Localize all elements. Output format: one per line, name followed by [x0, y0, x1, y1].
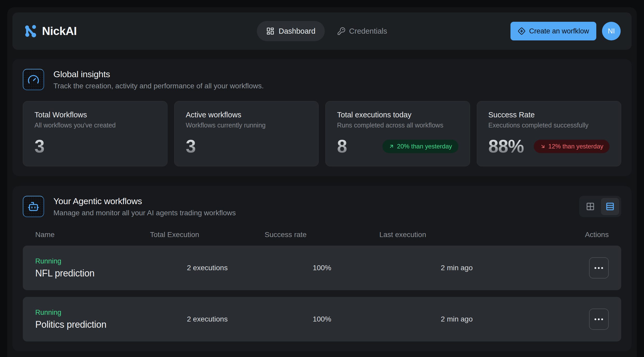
stat-title: Total Workflows [34, 111, 156, 119]
stat-title: Total executions today [337, 111, 458, 119]
insights-subtitle: Track the creation, activity and perform… [53, 82, 264, 90]
top-navigation-bar: NickAI Dashboard [12, 12, 632, 50]
arrow-up-right-icon [389, 144, 394, 149]
workflow-row-politics-prediction[interactable]: Running Politics prediction 2 executions… [23, 297, 621, 341]
workflow-executions: 2 executions [150, 264, 264, 272]
nickai-logo-icon [23, 24, 37, 38]
insights-title: Global insights [53, 69, 264, 79]
stat-value: 88% [488, 136, 524, 157]
table-header: Name Total Execution Success rate Last e… [23, 231, 621, 239]
ellipsis-icon [594, 318, 596, 320]
brand-name: NickAI [42, 25, 77, 38]
diamond-plus-icon [518, 27, 526, 35]
brand-logo[interactable]: NickAI [23, 24, 77, 38]
stat-card-success-rate: Success Rate Executions completed succes… [477, 101, 621, 166]
stat-subtitle: Workflows currently running [186, 122, 307, 129]
workflow-name-cell: Running Politics prediction [35, 309, 150, 330]
user-avatar[interactable]: NI [602, 22, 621, 40]
view-toggle [579, 196, 621, 217]
trend-badge-up: 20% than yesterday [382, 140, 458, 153]
workflow-last-execution: 2 min ago [379, 264, 534, 272]
workflows-titles: Your Agentic workflows Manage and monito… [53, 196, 236, 217]
stat-subtitle: Runs completed across all workflows [337, 122, 458, 129]
row-actions-menu-button[interactable] [589, 309, 609, 330]
insights-header: Global insights Track the creation, acti… [23, 69, 621, 90]
workflow-status: Running [35, 309, 150, 317]
tab-dashboard[interactable]: Dashboard [257, 21, 325, 41]
column-header-total-execution: Total Execution [150, 231, 264, 239]
stat-value: 8 [337, 136, 347, 157]
stat-value: 3 [186, 136, 196, 157]
column-header-success-rate: Success rate [265, 231, 379, 239]
stat-card-active-workflows: Active workflows Workflows currently run… [174, 101, 319, 166]
workflow-name: NFL prediction [35, 268, 150, 279]
create-workflow-button[interactable]: Create an worfklow [510, 22, 596, 40]
key-icon [337, 27, 346, 35]
arrow-down-right-icon [540, 144, 546, 149]
stat-subtitle: Executions completed successfully [488, 122, 610, 129]
create-workflow-label: Create an worfklow [529, 27, 589, 35]
workflow-success-rate: 100% [265, 264, 379, 272]
main-nav: Dashboard Credentials [257, 21, 387, 41]
grid-view-button[interactable] [581, 198, 599, 215]
list-view-icon [605, 202, 615, 211]
gauge-icon [23, 69, 44, 90]
stat-title: Active workflows [186, 111, 307, 119]
column-header-name: Name [35, 231, 150, 239]
trend-badge-down: 12% than yesterday [534, 140, 610, 153]
stat-value: 3 [34, 136, 44, 157]
stat-subtitle: All workflows you've created [34, 122, 156, 129]
workflow-status: Running [35, 257, 150, 265]
trend-badge-text: 20% than yesterday [397, 143, 452, 150]
app-window: NickAI Dashboard [7, 7, 637, 357]
workflow-last-execution: 2 min ago [379, 315, 534, 323]
workflows-header: Your Agentic workflows Manage and monito… [23, 196, 621, 217]
workflow-success-rate: 100% [265, 315, 379, 323]
list-view-button[interactable] [601, 198, 619, 215]
ellipsis-icon [594, 267, 596, 269]
column-header-actions: Actions [534, 231, 609, 239]
stat-title: Success Rate [488, 111, 610, 119]
bot-icon [23, 196, 44, 217]
grid-view-icon [586, 202, 595, 211]
workflow-executions: 2 executions [150, 315, 264, 323]
workflows-subtitle: Manage and monitor all your AI agents tr… [53, 209, 236, 217]
tab-credentials[interactable]: Credentials [337, 27, 387, 35]
column-header-last-execution: Last execution [379, 231, 534, 239]
stat-card-total-workflows: Total Workflows All workflows you've cre… [23, 101, 167, 166]
trend-badge-text: 12% than yesterday [548, 143, 603, 150]
agentic-workflows-section: Your Agentic workflows Manage and monito… [12, 186, 632, 351]
workflow-name: Politics prediction [35, 319, 150, 330]
row-actions-menu-button[interactable] [589, 257, 609, 279]
screen: NickAI Dashboard [0, 0, 644, 357]
tab-credentials-label: Credentials [349, 27, 387, 35]
global-insights-section: Global insights Track the creation, acti… [12, 59, 632, 176]
workflow-name-cell: Running NFL prediction [35, 257, 150, 279]
workflows-title: Your Agentic workflows [53, 196, 236, 206]
insights-titles: Global insights Track the creation, acti… [53, 69, 264, 90]
stat-cards: Total Workflows All workflows you've cre… [23, 101, 621, 166]
tab-dashboard-label: Dashboard [279, 27, 316, 35]
stat-card-total-executions: Total executions today Runs completed ac… [325, 101, 470, 166]
topbar-actions: Create an worfklow NI [510, 22, 621, 40]
workflow-row-nfl-prediction[interactable]: Running NFL prediction 2 executions 100%… [23, 246, 621, 290]
dashboard-icon [266, 27, 275, 35]
